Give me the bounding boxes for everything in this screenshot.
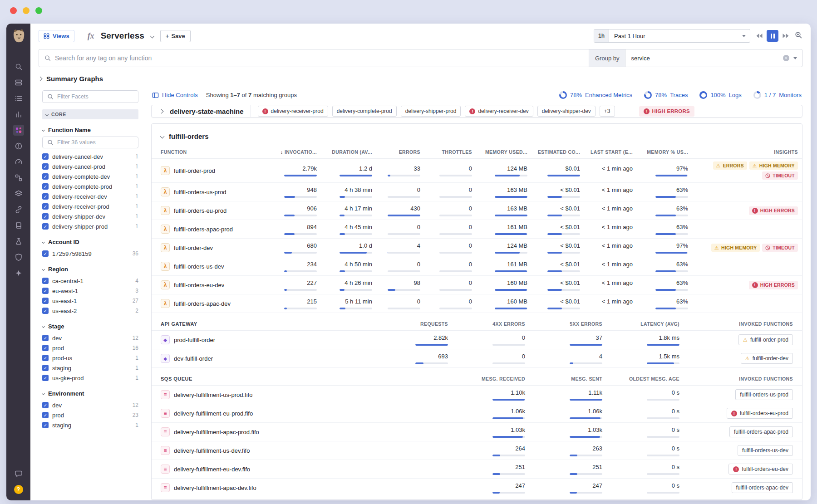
search-icon[interactable] [15,63,23,71]
title-chevron-down-icon[interactable] [150,34,154,38]
lambda-row[interactable]: λfulfill-orders-apac-prod 894 4 h 45 min… [152,220,802,239]
checkbox-checked[interactable]: ✓ [42,402,49,408]
facet-group-toggle[interactable]: Environment [42,390,138,397]
rewind-icon[interactable] [755,33,763,39]
function-name[interactable]: fulfill-order-dev [174,245,213,251]
checkbox-checked[interactable]: ✓ [42,298,49,304]
timeout-badge[interactable]: TIMEOUT [762,171,798,180]
datadog-logo[interactable] [11,28,26,44]
facet-group-toggle[interactable]: Account ID [42,239,138,245]
facet-group-toggle[interactable]: Stage [42,323,138,330]
tag-pill[interactable]: !delivery-receiver-prod [258,106,328,117]
invoked-function-pill[interactable]: fulfill-orders-apac-prod [729,426,793,437]
queue-name[interactable]: delivery-fulfillment-us-prod.fifo [174,391,252,398]
checkbox-checked[interactable]: ✓ [42,213,49,220]
chat-bubble-icon[interactable] [15,470,23,478]
api-gateway-row[interactable]: ◆prod-fulfill-order 2.82k 0 37 1.8k ms ⚠… [152,331,802,349]
invoked-function-pill[interactable]: ⚠fulfill-order-prod [738,334,793,345]
minimize-button[interactable] [23,7,30,14]
facet-item[interactable]: ✓delivery-receiver-dev1 [42,191,138,201]
facet-item[interactable]: ✓17259759815936 [42,249,138,259]
facet-value-filter[interactable] [42,137,138,148]
api-name[interactable]: prod-fulfill-order [174,337,215,343]
time-range-picker[interactable]: 1h Past 1 Hour [594,29,750,43]
hide-controls-button[interactable]: Hide Controls [152,92,198,98]
facet-item[interactable]: ✓us-east-127 [42,296,138,306]
lambda-row[interactable]: λfulfill-order-dev 680 1.0 d 4 0 124 MB … [152,239,802,257]
checkbox-checked[interactable]: ✓ [42,335,49,341]
col-throttles[interactable]: THROTTLES [425,149,472,155]
sqs-row[interactable]: ≡delivery-fulfillment-apac-dev.fifo 247 … [152,479,802,497]
group-by-control[interactable]: Group by service × [589,49,802,67]
book-icon[interactable] [15,221,23,230]
timeout-badge[interactable]: TIMEOUT [762,244,798,252]
fast-forward-icon[interactable] [782,33,790,39]
function-name[interactable]: fulfill-orders-apac-dev [174,300,231,307]
lambda-row[interactable]: λfulfill-orders-apac-dev 215 5 h 11 min … [152,294,802,313]
facet-group-toggle[interactable]: Function Name [42,127,138,133]
col-4xx-errors[interactable]: 4XX ERRORS [453,321,525,327]
queue-name[interactable]: delivery-fulfillment-eu-prod.fifo [174,410,253,417]
function-name[interactable]: fulfill-orders-eu-prod [174,207,226,214]
core-section-header[interactable]: CORE [42,109,138,119]
facet-item[interactable]: ✓delivery-complete-dev1 [42,171,138,181]
function-name[interactable]: fulfill-orders-eu-dev [174,282,224,289]
facet-item[interactable]: ✓prod-us1 [42,353,138,363]
sqs-row[interactable]: ≡delivery-fulfillment-eu-prod.fifo 1.06k… [152,404,802,423]
facet-item[interactable]: ✓dev12 [42,400,138,410]
high-memory-badge[interactable]: ⚠HIGH MEMORY [749,161,798,170]
checkbox-checked[interactable]: ✓ [42,308,49,314]
stat-traces[interactable]: 78%Traces [644,91,688,99]
facet-item[interactable]: ✓us-east-22 [42,306,138,316]
help-icon[interactable]: ? [14,485,23,494]
lambda-row[interactable]: λfulfill-orders-us-prod 948 4 h 38 min 0… [152,183,802,201]
col-mesg-received[interactable]: MESG. RECEIVED [453,376,525,382]
maximize-button[interactable] [35,7,42,14]
col-requests[interactable]: REQUESTS [384,321,448,327]
group-name[interactable]: delivery-state-machine [170,108,244,115]
checkbox-checked[interactable]: ✓ [42,375,49,381]
flow-icon[interactable] [15,174,23,182]
col-memory-used[interactable]: MEMORY USED... [477,149,527,155]
tag-search[interactable] [39,49,589,67]
queue-name[interactable]: delivery-fulfillment-us-dev.fifo [174,447,250,454]
zoom-icon[interactable] [795,31,802,41]
col-function[interactable]: FUNCTION [161,149,265,155]
tag-pill[interactable]: !delivery-receiver-dev [465,106,533,117]
checkbox-checked[interactable]: ✓ [42,223,49,230]
function-name[interactable]: fulfill-order-prod [174,167,215,174]
more-tags-pill[interactable]: +3 [600,106,615,117]
invoked-function-pill[interactable]: ⚠fulfill-order-dev [741,353,793,364]
lambda-row[interactable]: λfulfill-order-prod 2.79k 1.2 d 33 0 124… [152,159,802,183]
group-header[interactable]: fulfill-orders [152,124,802,143]
checkbox-checked[interactable]: ✓ [42,193,49,200]
facet-item[interactable]: ✓us-gke-prod1 [42,373,138,383]
queue-name[interactable]: delivery-fulfillment-eu-dev.fifo [174,466,250,473]
high-errors-badge[interactable]: !HIGH ERRORS [639,106,694,117]
high-errors-badge[interactable]: !HIGH ERRORS [749,206,798,215]
checkbox-checked[interactable]: ✓ [42,365,49,371]
facet-group-toggle[interactable]: Region [42,266,138,273]
checkbox-checked[interactable]: ✓ [42,345,49,351]
facet-item[interactable]: ✓delivery-shipper-prod1 [42,221,138,231]
col-last-start[interactable]: LAST START (E... [585,149,633,155]
facet-item[interactable]: ✓ca-central-14 [42,276,138,286]
facet-item[interactable]: ✓delivery-cancel-dev1 [42,152,138,161]
shield-icon[interactable] [15,253,23,261]
lambda-row[interactable]: λfulfill-orders-us-dev 234 4 h 50 min 0 … [152,257,802,276]
expand-chevron-icon[interactable] [159,109,164,113]
facet-filter[interactable] [42,90,138,103]
lambda-row[interactable]: λfulfill-orders-eu-dev 227 4 h 26 min 98… [152,276,802,294]
invoked-function-pill[interactable]: !fulfill-orders-eu-prod [727,408,793,419]
checkbox-checked[interactable]: ✓ [42,173,49,180]
api-gateway-row[interactable]: ◆dev-fulfill-order 693 0 4 1.5k ms ⚠fulf… [152,349,802,368]
facet-item[interactable]: ✓eu-west-13 [42,286,138,296]
stat-enhanced-metrics[interactable]: 78%Enhanced Metrics [559,91,632,99]
checkbox-checked[interactable]: ✓ [42,183,49,190]
errors-badge[interactable]: ⚠ERRORS [713,161,747,170]
clear-icon[interactable]: × [783,55,789,61]
tag-pill[interactable]: delivery-shipper-dev [537,106,596,117]
stat-logs[interactable]: 100%Logs [699,91,741,99]
checkbox-checked[interactable]: ✓ [42,203,49,210]
facet-item[interactable]: ✓prod23 [42,410,138,420]
